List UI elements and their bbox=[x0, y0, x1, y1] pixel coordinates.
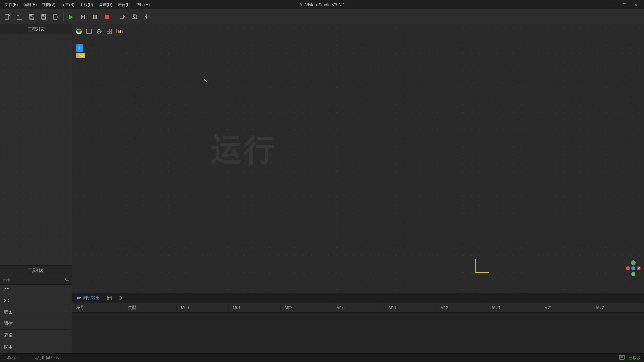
nav-dot-top bbox=[631, 260, 636, 265]
project-list-header: 工程列表 bbox=[0, 24, 72, 34]
menu-help[interactable]: 帮助(H) bbox=[134, 1, 152, 8]
axis-v-line bbox=[475, 259, 476, 273]
col-m10: M10 bbox=[332, 303, 384, 313]
debug-toolbar: 调试输出 bbox=[72, 293, 644, 303]
save-button[interactable] bbox=[38, 11, 49, 22]
debug-table-btn[interactable] bbox=[105, 295, 114, 301]
nav-dots: ✕ bbox=[626, 260, 641, 276]
menu-settings[interactable]: 设置(S) bbox=[59, 1, 76, 8]
nav-dot-bottom bbox=[631, 272, 635, 276]
svg-rect-20 bbox=[144, 19, 149, 19]
connection-icon bbox=[619, 355, 625, 361]
new-button[interactable] bbox=[2, 11, 13, 22]
canvas-grid bbox=[72, 24, 644, 293]
spiral-icon-button[interactable] bbox=[75, 27, 83, 36]
menu-project[interactable]: 工程(P) bbox=[78, 1, 95, 8]
status-bar: 工程地址: 运行时间:0ms 已接驳 bbox=[0, 353, 644, 362]
svg-rect-4 bbox=[30, 14, 32, 16]
col-m11: M11 bbox=[384, 303, 436, 313]
nav-dot-right: ✕ bbox=[637, 266, 641, 270]
nav-dot-center bbox=[631, 266, 635, 270]
svg-rect-31 bbox=[110, 29, 112, 31]
axis-h-line bbox=[475, 272, 489, 273]
svg-rect-36 bbox=[119, 31, 120, 33]
window-controls: ─ □ ✕ bbox=[608, 1, 641, 8]
tool-item-3d[interactable]: 3D › bbox=[0, 295, 72, 306]
tool-item-capture-label: 取图 bbox=[4, 309, 13, 315]
titlebar: 文件(F) 编辑(E) 视图(V) 设置(S) 工程(P) 调试(D) 语言(L… bbox=[0, 0, 644, 9]
run-button[interactable]: ▶ bbox=[66, 11, 76, 22]
project-list-area[interactable] bbox=[0, 34, 72, 265]
debug-panel: 调试输出 bbox=[72, 293, 644, 353]
col-m00: M00 bbox=[176, 303, 228, 313]
bars-icon-button[interactable] bbox=[115, 27, 124, 36]
tool-item-script[interactable]: 脚本 › bbox=[0, 341, 72, 353]
stop-button[interactable] bbox=[102, 11, 113, 22]
svg-rect-34 bbox=[116, 29, 117, 33]
debug-settings-btn[interactable] bbox=[116, 295, 125, 301]
menu-edit[interactable]: 编辑(E) bbox=[21, 1, 39, 8]
svg-rect-35 bbox=[118, 30, 119, 33]
minimize-button[interactable]: ─ bbox=[608, 1, 618, 8]
debug-output-tab[interactable]: 调试输出 bbox=[75, 294, 102, 302]
tool-panel: 工具列表 2D › 3D › 取图 › bbox=[0, 265, 72, 353]
svg-rect-47 bbox=[620, 356, 623, 358]
main-toolbar: ▶ bbox=[0, 9, 644, 24]
project-address-label: 工程地址: bbox=[3, 355, 21, 361]
rect-icon-button[interactable] bbox=[85, 27, 93, 36]
menu-view[interactable]: 视图(V) bbox=[40, 1, 57, 8]
im0-add-button[interactable]: + bbox=[76, 44, 83, 52]
tool-item-2d-label: 2D bbox=[4, 287, 10, 292]
debug-table: 序号 类型 M00 M01 M02 M10 M11 M12 M20 M21 M2… bbox=[72, 303, 644, 313]
axis-indicator bbox=[475, 259, 489, 273]
svg-rect-38 bbox=[122, 30, 123, 33]
main-layout: 工程列表 工具列表 2D › 3D › bbox=[0, 24, 644, 353]
nav-dot-left bbox=[626, 266, 630, 270]
svg-rect-41 bbox=[77, 298, 80, 299]
chevron-right-icon: › bbox=[66, 288, 68, 292]
screenshot-button[interactable] bbox=[129, 11, 140, 22]
tool-item-comm[interactable]: 通信 › bbox=[0, 318, 72, 330]
save-as-button[interactable] bbox=[50, 11, 61, 22]
step-button[interactable] bbox=[78, 11, 88, 22]
svg-rect-12 bbox=[93, 15, 95, 19]
menu-file[interactable]: 文件(F) bbox=[3, 1, 20, 8]
svg-rect-39 bbox=[77, 296, 81, 296]
open-button[interactable] bbox=[14, 11, 25, 22]
debug-table-wrap[interactable]: 序号 类型 M00 M01 M02 M10 M11 M12 M20 M21 M2… bbox=[72, 303, 644, 353]
anchor-icon-button[interactable] bbox=[95, 27, 104, 36]
save-all-button[interactable] bbox=[26, 11, 37, 22]
im0-label: IM0 bbox=[76, 53, 85, 58]
col-m12: M12 bbox=[436, 303, 488, 313]
tool-list-header: 工具列表 bbox=[0, 266, 72, 276]
maximize-button[interactable]: □ bbox=[619, 1, 630, 8]
grid-icon-button[interactable] bbox=[105, 27, 114, 36]
search-input[interactable] bbox=[2, 278, 65, 283]
svg-rect-7 bbox=[42, 14, 44, 16]
tool-item-2d[interactable]: 2D › bbox=[0, 285, 72, 295]
left-panel: 工程列表 工具列表 2D › 3D › bbox=[0, 24, 72, 353]
tool-item-logic-label: 逻辑 bbox=[4, 332, 13, 338]
debug-list-icon bbox=[77, 295, 81, 301]
svg-rect-42 bbox=[107, 296, 111, 300]
connection-label: 已接驳 bbox=[629, 355, 641, 361]
pause-button[interactable] bbox=[90, 11, 100, 22]
canvas-area[interactable]: 运行 + IM0 ↖ ✕ bbox=[72, 24, 644, 293]
record-button[interactable] bbox=[117, 11, 128, 22]
status-right: 已接驳 bbox=[619, 355, 641, 361]
export-button[interactable] bbox=[141, 11, 152, 22]
separator-1 bbox=[63, 13, 64, 21]
app-title: AI-Vision-Studio V3.3.2 bbox=[299, 2, 345, 7]
chevron-right-icon: › bbox=[66, 345, 68, 349]
separator-2 bbox=[115, 13, 115, 21]
svg-rect-5 bbox=[30, 17, 33, 19]
close-button[interactable]: ✕ bbox=[631, 1, 641, 8]
col-m22: M22 bbox=[592, 303, 644, 313]
canvas-toolbar bbox=[75, 27, 124, 36]
col-type: 类型 bbox=[124, 303, 177, 313]
tool-item-capture[interactable]: 取图 › bbox=[0, 306, 72, 318]
tool-item-logic[interactable]: 逻辑 › bbox=[0, 330, 72, 341]
menu-debug[interactable]: 调试(D) bbox=[96, 1, 114, 8]
svg-rect-33 bbox=[110, 32, 112, 34]
menu-language[interactable]: 语言(L) bbox=[116, 1, 133, 8]
